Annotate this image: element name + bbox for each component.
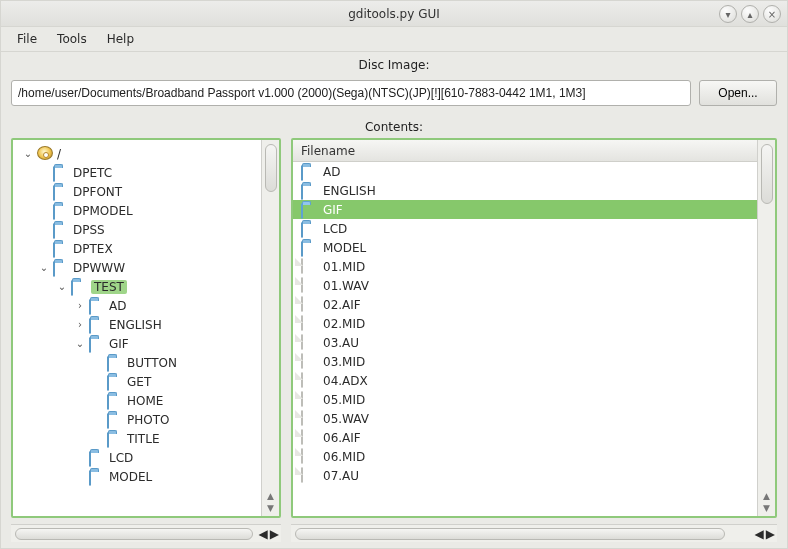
- list-row[interactable]: 01.MID: [293, 257, 757, 276]
- tree-item-label: ENGLISH: [109, 318, 162, 332]
- disc-image-input[interactable]: [11, 80, 691, 106]
- chevron-down-icon[interactable]: ⌄: [37, 262, 51, 273]
- folder-icon: [301, 222, 317, 236]
- file-icon: [301, 450, 317, 464]
- scroll-thumb[interactable]: [265, 144, 277, 192]
- scroll-down-icon[interactable]: ▼: [761, 502, 773, 514]
- chevron-down-icon[interactable]: ⌄: [55, 281, 69, 292]
- tree-item[interactable]: DPETC: [15, 163, 259, 182]
- list-row[interactable]: AD: [293, 162, 757, 181]
- close-button[interactable]: ×: [763, 5, 781, 23]
- tree-item[interactable]: DPSS: [15, 220, 259, 239]
- tree-item[interactable]: HOME: [15, 391, 259, 410]
- file-icon: [301, 355, 317, 369]
- list-pane: Filename ADENGLISHGIFLCDMODEL01.MID01.WA…: [291, 138, 777, 518]
- scroll-up-icon[interactable]: ▲: [761, 490, 773, 502]
- tree-item[interactable]: ⌄TEST: [15, 277, 259, 296]
- chevron-down-icon[interactable]: ⌄: [21, 148, 35, 159]
- list-row[interactable]: 05.WAV: [293, 409, 757, 428]
- folder-icon: [53, 204, 69, 218]
- tree-item[interactable]: BUTTON: [15, 353, 259, 372]
- tree-vscrollbar[interactable]: ▲ ▼: [261, 140, 279, 516]
- tree-item[interactable]: DPMODEL: [15, 201, 259, 220]
- scroll-up-icon[interactable]: ▲: [265, 490, 277, 502]
- scroll-thumb[interactable]: [15, 528, 253, 540]
- file-icon: [301, 431, 317, 445]
- file-icon: [301, 317, 317, 331]
- scroll-down-icon[interactable]: ▼: [265, 502, 277, 514]
- maximize-button[interactable]: ▴: [741, 5, 759, 23]
- tree-item[interactable]: DPFONT: [15, 182, 259, 201]
- tree-item-label: DPETC: [73, 166, 112, 180]
- list-row-label: 03.MID: [323, 355, 365, 369]
- close-icon: ×: [768, 9, 776, 20]
- tree-item[interactable]: MODEL: [15, 467, 259, 486]
- tree-item[interactable]: GET: [15, 372, 259, 391]
- folder-icon: [301, 241, 317, 255]
- folder-icon: [89, 470, 105, 484]
- scroll-thumb[interactable]: [761, 144, 773, 204]
- tree-item[interactable]: ⌄DPWWW: [15, 258, 259, 277]
- chevron-right-icon[interactable]: ›: [73, 319, 87, 330]
- tree-item-label: DPWWW: [73, 261, 125, 275]
- tree-item[interactable]: ›ENGLISH: [15, 315, 259, 334]
- list-row[interactable]: 07.AU: [293, 466, 757, 485]
- list-row[interactable]: 03.MID: [293, 352, 757, 371]
- maximize-icon: ▴: [747, 9, 752, 20]
- chevron-down-icon[interactable]: ⌄: [73, 338, 87, 349]
- list-vscrollbar[interactable]: ▲ ▼: [757, 140, 775, 516]
- list[interactable]: Filename ADENGLISHGIFLCDMODEL01.MID01.WA…: [293, 140, 757, 516]
- tree-item-label: DPFONT: [73, 185, 122, 199]
- list-row[interactable]: ENGLISH: [293, 181, 757, 200]
- list-row-label: ENGLISH: [323, 184, 376, 198]
- chevron-right-icon[interactable]: ›: [73, 300, 87, 311]
- list-row[interactable]: MODEL: [293, 238, 757, 257]
- list-row-label: 01.MID: [323, 260, 365, 274]
- list-hscrollbar[interactable]: ◀ ▶: [291, 524, 777, 542]
- list-row[interactable]: 06.MID: [293, 447, 757, 466]
- folder-icon: [89, 299, 105, 313]
- folder-icon: [53, 223, 69, 237]
- tree[interactable]: ⌄/DPETCDPFONTDPMODELDPSSDPTEX⌄DPWWW⌄TEST…: [13, 140, 261, 516]
- list-row[interactable]: 03.AU: [293, 333, 757, 352]
- open-button[interactable]: Open...: [699, 80, 777, 106]
- list-row-label: 01.WAV: [323, 279, 369, 293]
- file-icon: [301, 412, 317, 426]
- tree-item[interactable]: ›AD: [15, 296, 259, 315]
- menu-tools[interactable]: Tools: [47, 29, 97, 49]
- list-row-label: MODEL: [323, 241, 366, 255]
- folder-icon: [301, 165, 317, 179]
- tree-item[interactable]: ⌄GIF: [15, 334, 259, 353]
- tree-item[interactable]: LCD: [15, 448, 259, 467]
- tree-item[interactable]: DPTEX: [15, 239, 259, 258]
- file-icon: [301, 393, 317, 407]
- menubar: File Tools Help: [1, 27, 787, 52]
- tree-item[interactable]: PHOTO: [15, 410, 259, 429]
- menu-help[interactable]: Help: [97, 29, 144, 49]
- tree-hscrollbar[interactable]: ◀ ▶: [11, 524, 281, 542]
- scroll-left-icon[interactable]: ◀: [755, 527, 764, 541]
- list-row[interactable]: 02.MID: [293, 314, 757, 333]
- folder-icon: [107, 432, 123, 446]
- scroll-thumb[interactable]: [295, 528, 725, 540]
- list-row[interactable]: GIF: [293, 200, 757, 219]
- tree-item[interactable]: ⌄/: [15, 144, 259, 163]
- scroll-right-icon[interactable]: ▶: [766, 527, 775, 541]
- tree-item[interactable]: TITLE: [15, 429, 259, 448]
- list-row[interactable]: LCD: [293, 219, 757, 238]
- minimize-button[interactable]: ▾: [719, 5, 737, 23]
- list-row[interactable]: 04.ADX: [293, 371, 757, 390]
- list-row[interactable]: 02.AIF: [293, 295, 757, 314]
- list-row[interactable]: 06.AIF: [293, 428, 757, 447]
- folder-icon: [89, 451, 105, 465]
- list-column-header[interactable]: Filename: [293, 140, 757, 162]
- scroll-right-icon[interactable]: ▶: [270, 527, 279, 541]
- file-icon: [301, 336, 317, 350]
- scroll-left-icon[interactable]: ◀: [259, 527, 268, 541]
- list-row[interactable]: 01.WAV: [293, 276, 757, 295]
- menu-file[interactable]: File: [7, 29, 47, 49]
- file-icon: [301, 374, 317, 388]
- folder-icon: [71, 280, 87, 294]
- folder-icon: [53, 185, 69, 199]
- list-row[interactable]: 05.MID: [293, 390, 757, 409]
